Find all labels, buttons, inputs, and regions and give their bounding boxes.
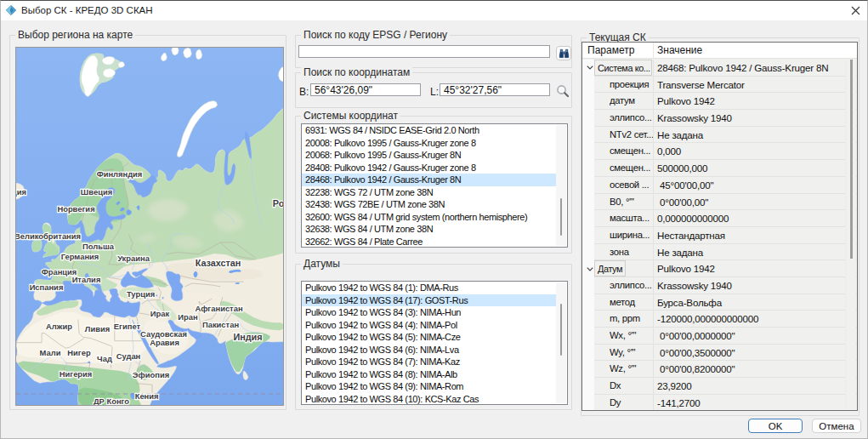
epsg-search-groupbox: Поиск по коду EPSG / Региону bbox=[295, 35, 572, 68]
table-row[interactable]: NTv2 сет...Не задана bbox=[582, 127, 857, 144]
list-item[interactable]: Pulkovo 1942 to WGS 84 (3): NIMA-Hun bbox=[302, 306, 556, 319]
table-row[interactable]: эллипсо...Krassowsky 1940 bbox=[582, 277, 857, 294]
list-item[interactable]: Pulkovo 1942 to WGS 84 (6): NIMA-Lva bbox=[302, 344, 556, 356]
datums-label: Датумы bbox=[301, 258, 343, 271]
map-country-label: Великобритания bbox=[16, 231, 81, 241]
list-item[interactable]: Pulkovo 1942 to WGS 84 (9): NIMA-Rom bbox=[302, 380, 556, 393]
epsg-search-input[interactable] bbox=[298, 45, 550, 58]
list-item[interactable]: Pulkovo 1942 to WGS 84 (5): NIMA-Cze bbox=[302, 331, 556, 344]
map-country-label: Иран bbox=[178, 312, 198, 322]
list-item[interactable]: 32438: WGS 72BE / UTM zone 38N bbox=[302, 198, 556, 211]
b-coordinate-input[interactable] bbox=[310, 83, 421, 96]
table-row[interactable]: B0, °'" 0°00'00,00" bbox=[582, 194, 857, 211]
map-svg[interactable]: ИсландияФинляндияШвецияНорвегияВеликобри… bbox=[16, 48, 283, 405]
cs-list-scrollbar[interactable] bbox=[556, 125, 566, 246]
map-country-label: Турция bbox=[127, 289, 155, 299]
table-row[interactable]: Wy, °'" 0°00'00,3500000" bbox=[582, 345, 857, 362]
close-button[interactable] bbox=[846, 1, 865, 20]
list-item[interactable]: 20068: Pulkovo 1995 / Gauss-Kruger 8N bbox=[302, 149, 556, 162]
table-row[interactable]: Wx, °'" 0°00'00,0000000" bbox=[582, 328, 857, 345]
table-rows: Система ко...28468: Pulkovo 1942 / Gauss… bbox=[582, 60, 857, 411]
cs-scroll-thumb[interactable] bbox=[560, 198, 562, 236]
epsg-search-label: Поиск по коду EPSG / Региону bbox=[301, 29, 450, 42]
map-country-label: Германия bbox=[61, 252, 99, 261]
param-column-header[interactable]: Параметр bbox=[587, 44, 634, 56]
map-country-label: Италия bbox=[72, 275, 101, 284]
table-row[interactable]: эллипсо...Krassowsky 1940 bbox=[582, 110, 857, 127]
list-item[interactable]: Pulkovo 1942 to WGS 84 (17): GOST-Rus bbox=[302, 294, 556, 307]
map-groupbox: Выбор региона на карте ИсландияФинляндия… bbox=[9, 35, 286, 410]
ok-button[interactable]: OK bbox=[748, 419, 803, 433]
title-bar[interactable]: Выбор СК - КРЕДО 3D СКАН bbox=[1, 1, 867, 21]
map-country-label: Ливия bbox=[85, 324, 110, 334]
list-item[interactable]: 6931: WGS 84 / NSIDC EASE-Grid 2.0 North bbox=[302, 124, 556, 137]
epsg-search-button[interactable] bbox=[556, 46, 571, 60]
list-item[interactable]: Pulkovo 1942 to WGS 84 (4): NIMA-Pol bbox=[302, 319, 556, 332]
map-country-label: Финляндия bbox=[97, 169, 143, 179]
table-row[interactable]: Dx23,9200 bbox=[582, 378, 857, 395]
map-region-picker[interactable]: ИсландияФинляндияШвецияНорвегияВеликобри… bbox=[15, 47, 284, 406]
coord-search-label: Поиск по координатам bbox=[301, 66, 412, 79]
table-row[interactable]: Wz, °'" 0°00'00,8200000" bbox=[582, 361, 857, 378]
coord-search-button[interactable] bbox=[555, 83, 570, 99]
l-label: L: bbox=[430, 86, 439, 98]
list-item[interactable]: 32638: WGS 84 / UTM zone 38N bbox=[302, 223, 556, 236]
table-row[interactable]: смещен...500000,000 bbox=[582, 160, 857, 177]
table-row[interactable]: зонаНе задана bbox=[582, 244, 857, 261]
list-item[interactable]: 20008: Pulkovo 1995 / Gauss-Kruger zone … bbox=[302, 137, 556, 150]
map-country-label: Украина bbox=[117, 254, 150, 263]
coordinate-systems-list[interactable]: 6931: WGS 84 / NSIDC EASE-Grid 2.0 North… bbox=[301, 123, 568, 248]
map-country-label: Чад bbox=[97, 354, 112, 363]
map-country-label: Казахстан bbox=[196, 258, 241, 268]
list-item[interactable]: Pulkovo 1942 to WGS 84 (7): NIMA-Kaz bbox=[302, 356, 556, 368]
list-item[interactable]: Pulkovo 1942 to WGS 84 (1): DMA-Rus bbox=[302, 282, 556, 294]
datums-list[interactable]: Pulkovo 1942 to WGS 84 (1): DMA-RusPulko… bbox=[301, 281, 568, 405]
l-coordinate-input[interactable] bbox=[440, 83, 550, 96]
coord-search-groupbox: Поиск по координатам B: L: bbox=[295, 72, 572, 108]
list-item[interactable]: 32238: WGS 72 / UTM zone 38N bbox=[302, 186, 556, 199]
value-column-header[interactable]: Значение bbox=[657, 44, 702, 56]
map-country-label: ДР Конго bbox=[94, 396, 129, 406]
list-item[interactable]: 32662: WGS 84 / Plate Carree bbox=[302, 236, 556, 248]
table-row[interactable]: осевой ... 45°00'00,00" bbox=[582, 177, 857, 194]
map-country-label: Мали bbox=[40, 348, 61, 357]
table-row[interactable]: смещен...0,000 bbox=[582, 143, 857, 160]
map-country-label: Польша bbox=[82, 242, 115, 251]
binoculars-icon bbox=[559, 48, 570, 59]
table-row[interactable]: ширина...Нестандартная bbox=[582, 227, 857, 244]
datums-groupbox: Датумы Pulkovo 1942 to WGS 84 (1): DMA-R… bbox=[295, 264, 572, 410]
map-country-label: Афганистан bbox=[195, 304, 243, 313]
dialog-window: Выбор СК - КРЕДО 3D СКАН Выбор региона н… bbox=[0, 0, 868, 439]
map-country-label: Нигер bbox=[67, 348, 91, 357]
current-cs-table[interactable]: Параметр Значение Система ко...28468: Pu… bbox=[582, 42, 858, 411]
table-row[interactable]: датумPulkovo 1942 bbox=[582, 93, 857, 110]
table-header[interactable]: Параметр Значение bbox=[582, 43, 857, 59]
list-item[interactable]: 32600: WGS 84 / UTM grid system (norther… bbox=[302, 211, 556, 224]
map-country-label: Аравия bbox=[150, 338, 179, 347]
table-row[interactable]: методБурса-Вольфа bbox=[582, 294, 857, 311]
table-row[interactable]: m, ppm-120000,000000000000 bbox=[582, 311, 857, 328]
map-country-label: Норвегия bbox=[57, 204, 94, 214]
coordinate-systems-groupbox: Системы координат 6931: WGS 84 / NSIDC E… bbox=[295, 116, 572, 254]
map-country-label: Эфиопия bbox=[133, 370, 169, 379]
table-row[interactable]: Система ко...28468: Pulkovo 1942 / Gauss… bbox=[582, 60, 857, 77]
map-groupbox-label: Выбор региона на карте bbox=[15, 29, 135, 42]
list-item[interactable]: 28468: Pulkovo 1942 / Gauss-Kruger 8N bbox=[302, 174, 556, 186]
list-item[interactable]: 28408: Pulkovo 1942 / Gauss-Kruger zone … bbox=[302, 162, 556, 174]
map-country-label: Россия bbox=[273, 198, 283, 208]
table-row[interactable]: Dy-141,2700 bbox=[582, 395, 857, 411]
map-country-label: Исландия bbox=[16, 187, 26, 197]
table-row[interactable]: ДатумPulkovo 1942 bbox=[582, 260, 857, 277]
table-row[interactable]: проекцияTransverse Mercator bbox=[582, 77, 857, 94]
table-scroll-thumb[interactable] bbox=[850, 60, 853, 259]
datums-list-scrollbar[interactable] bbox=[556, 282, 566, 403]
map-country-label: Ирак bbox=[150, 309, 170, 318]
magnifier-icon bbox=[556, 84, 570, 98]
list-item[interactable]: Pulkovo 1942 to WGS 84 (8): NIMA-Alb bbox=[302, 368, 556, 381]
datums-scroll-thumb[interactable] bbox=[560, 304, 562, 356]
cancel-button[interactable]: Отмена bbox=[812, 419, 861, 433]
map-country-label: Швеция bbox=[81, 187, 112, 197]
table-scrollbar[interactable] bbox=[845, 60, 856, 409]
list-item[interactable]: Pulkovo 1942 to WGS 84 (10): KCS-Kaz Cas bbox=[302, 393, 556, 406]
table-row[interactable]: масшта...0,000000000000 bbox=[582, 210, 857, 227]
